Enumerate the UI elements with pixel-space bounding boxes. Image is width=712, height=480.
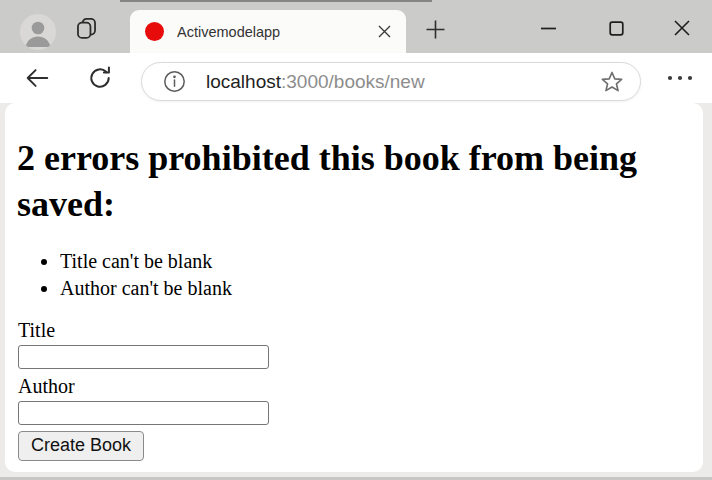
site-info-button[interactable] bbox=[162, 70, 186, 94]
error-list: Title can't be blank Author can't be bla… bbox=[5, 248, 703, 302]
browser-titlebar: Activemodelapp bbox=[0, 0, 712, 53]
refresh-button[interactable] bbox=[84, 62, 116, 94]
plus-icon bbox=[425, 19, 446, 40]
error-item: Author can't be blank bbox=[60, 275, 703, 302]
site-favicon bbox=[145, 22, 164, 41]
back-button[interactable] bbox=[21, 62, 53, 94]
info-icon bbox=[163, 70, 186, 93]
stacked-tabs-icon bbox=[74, 16, 99, 41]
minimize-icon bbox=[540, 20, 557, 37]
profile-avatar[interactable] bbox=[20, 14, 56, 50]
author-label: Author bbox=[18, 375, 703, 398]
web-page: 2 errors prohibited this book from being… bbox=[5, 103, 703, 472]
new-book-form: Title Author Create Book bbox=[18, 319, 703, 461]
refresh-icon bbox=[87, 65, 113, 91]
close-icon bbox=[674, 20, 690, 36]
window-maximize-button[interactable] bbox=[601, 14, 631, 42]
ellipsis-icon bbox=[666, 74, 694, 82]
window-minimize-button[interactable] bbox=[533, 14, 563, 42]
page-container: 2 errors prohibited this book from being… bbox=[0, 103, 712, 480]
close-icon bbox=[378, 25, 391, 38]
url-path: :3000/books/new bbox=[281, 71, 425, 92]
person-icon bbox=[20, 14, 56, 50]
tab-close-button[interactable] bbox=[371, 19, 397, 45]
address-bar[interactable]: localhost:3000/books/new bbox=[141, 62, 641, 101]
favorite-button[interactable] bbox=[598, 68, 626, 96]
new-tab-button[interactable] bbox=[421, 15, 449, 43]
star-icon bbox=[599, 69, 625, 95]
settings-menu-button[interactable] bbox=[660, 65, 700, 91]
window-top-edge bbox=[120, 0, 432, 2]
browser-tab[interactable]: Activemodelapp bbox=[130, 10, 406, 53]
url-text[interactable]: localhost:3000/books/new bbox=[206, 71, 425, 93]
error-item: Title can't be blank bbox=[60, 248, 703, 275]
window-close-button[interactable] bbox=[667, 14, 697, 42]
browser-navbar: localhost:3000/books/new bbox=[0, 53, 712, 103]
title-label: Title bbox=[18, 319, 703, 342]
tab-title: Activemodelapp bbox=[177, 24, 371, 40]
tab-actions-button[interactable] bbox=[72, 14, 100, 42]
url-host: localhost bbox=[206, 71, 281, 92]
author-input[interactable] bbox=[18, 401, 269, 425]
maximize-icon bbox=[609, 21, 624, 36]
title-input[interactable] bbox=[18, 345, 269, 369]
error-heading: 2 errors prohibited this book from being… bbox=[17, 135, 647, 227]
create-book-button[interactable]: Create Book bbox=[18, 431, 144, 461]
back-arrow-icon bbox=[23, 64, 51, 92]
